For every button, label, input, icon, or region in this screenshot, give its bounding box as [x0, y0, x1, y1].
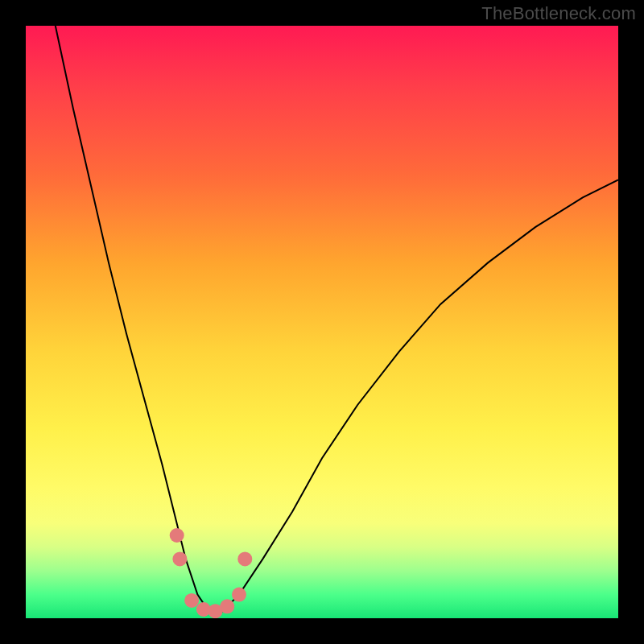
curve-line — [56, 26, 618, 613]
plot-area — [26, 26, 618, 618]
data-marker — [172, 551, 187, 566]
data-marker — [184, 593, 199, 608]
watermark-text: TheBottleneck.com — [481, 3, 636, 24]
data-marker — [220, 599, 234, 613]
bottleneck-curve — [26, 26, 618, 618]
data-marker — [170, 528, 184, 543]
data-marker — [237, 551, 252, 566]
data-marker — [232, 588, 246, 602]
outer-frame: TheBottleneck.com — [0, 0, 644, 644]
